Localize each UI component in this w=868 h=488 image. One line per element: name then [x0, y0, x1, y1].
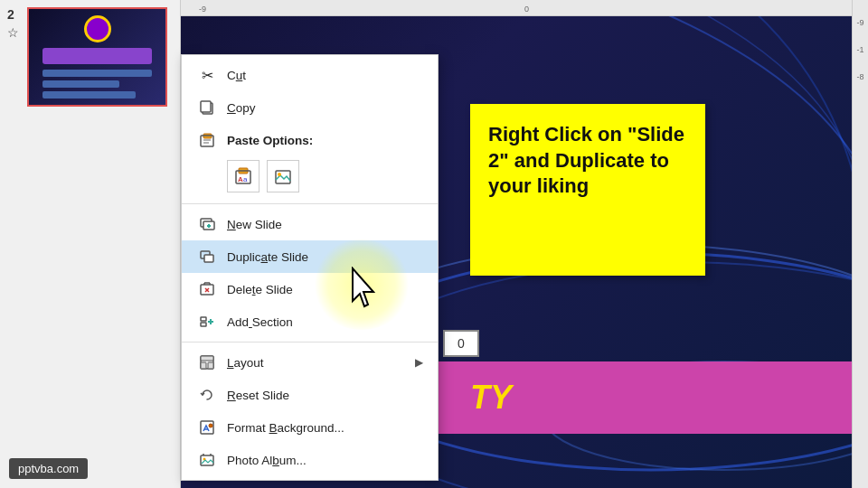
reset-slide-label: Reset Slide [227, 389, 289, 402]
paste-svg [199, 132, 215, 148]
scissors-icon: ✂ [196, 64, 218, 86]
photo-album-label: Photo Album... [227, 454, 307, 467]
menu-item-reset-slide[interactable]: Reset Slide [182, 379, 438, 411]
purple-bar: TY [434, 361, 868, 434]
menu-item-duplicate-slide[interactable]: Duplicate Slide [182, 240, 438, 273]
slide-panel: 2 ☆ [0, 0, 181, 488]
svg-point-40 [209, 424, 212, 427]
watermark: pptvba.com [9, 458, 88, 479]
menu-item-layout[interactable]: Layout ▶ [182, 346, 438, 379]
paste-options-icon [196, 129, 218, 151]
menu-item-add-section[interactable]: Add Section [182, 305, 438, 338]
context-menu: ✂ Cut Copy Paste Options: [181, 54, 439, 481]
layout-svg [199, 354, 215, 371]
menu-item-delete-slide[interactable]: Delete Slide [182, 273, 438, 305]
score-value: 0 [458, 336, 465, 351]
svg-rect-31 [201, 323, 206, 326]
score-badge: 0 [443, 330, 479, 357]
format-background-label: Format Background... [227, 421, 344, 435]
svg-text:0: 0 [524, 5, 529, 14]
menu-item-paste-options: Paste Options: [182, 124, 438, 156]
svg-point-17 [278, 173, 281, 176]
slide-number: 2 [7, 7, 14, 22]
paste-picture-btn[interactable] [267, 160, 299, 192]
paste-keep-format-btn[interactable]: A a [227, 160, 259, 192]
svg-rect-36 [201, 362, 206, 369]
duplicate-slide-label: Duplicate Slide [227, 250, 308, 264]
ruler-top: -9 0 [181, 0, 868, 16]
slide-thumbnail[interactable] [27, 7, 167, 107]
separator-2 [182, 342, 438, 343]
reset-svg [199, 387, 215, 403]
ruler-mark-1: -9 [856, 18, 863, 27]
add-section-svg [199, 314, 215, 330]
format-background-icon [196, 417, 218, 438]
ruler-top-marks: -9 0 [181, 0, 868, 16]
thumb-inner [29, 9, 165, 105]
layout-icon [196, 352, 218, 373]
new-slide-label: New Slide [227, 218, 282, 231]
watermark-text: pptvba.com [18, 462, 79, 475]
paste-pic-svg [273, 166, 293, 186]
svg-rect-23 [204, 255, 213, 262]
svg-rect-7 [201, 101, 211, 112]
new-slide-icon [196, 213, 218, 235]
paste-options-label: Paste Options: [227, 134, 313, 147]
reset-slide-icon [196, 384, 218, 406]
delete-svg [199, 281, 215, 297]
paste-keep-svg: A a [233, 166, 253, 186]
cut-label: Cut [227, 69, 246, 82]
menu-item-photo-album[interactable]: Photo Album... [182, 444, 438, 476]
menu-item-cut[interactable]: ✂ Cut [182, 59, 438, 91]
format-bg-svg [199, 419, 215, 436]
menu-item-new-slide[interactable]: New Slide [182, 208, 438, 240]
add-section-label: Add Section [227, 315, 293, 329]
add-section-icon [196, 311, 218, 333]
svg-rect-30 [201, 317, 206, 321]
layout-submenu-arrow: ▶ [415, 356, 423, 369]
svg-text:-9: -9 [199, 5, 206, 14]
paste-icons-row: A a [182, 156, 438, 200]
photo-album-svg [199, 452, 215, 468]
layout-label: Layout [227, 356, 264, 370]
menu-item-copy[interactable]: Copy [182, 91, 438, 124]
menu-item-format-background[interactable]: Format Background... [182, 411, 438, 444]
sticky-note: Right Click on "Slide 2" and Duplicate t… [470, 104, 705, 276]
separator-1 [182, 203, 438, 204]
delete-slide-icon [196, 278, 218, 300]
ruler-mark-3: -8 [856, 72, 863, 81]
dup-slide-svg [199, 249, 215, 265]
ruler-mark-2: -1 [856, 45, 863, 54]
delete-slide-label: Delete Slide [227, 283, 293, 296]
star-icon: ☆ [7, 25, 19, 40]
duplicate-slide-icon [196, 246, 218, 267]
new-slide-svg [199, 216, 215, 232]
svg-rect-35 [201, 356, 213, 361]
svg-text:a: a [243, 175, 248, 183]
sticky-note-text: Right Click on "Slide 2" and Duplicate t… [488, 123, 684, 197]
cut-underline: u [236, 69, 243, 82]
copy-svg [199, 99, 215, 116]
svg-rect-37 [208, 362, 213, 369]
purple-bar-text: TY [470, 379, 512, 417]
ruler-right: -9 -1 -8 [852, 0, 868, 488]
copy-icon [196, 97, 218, 118]
copy-label: Copy [227, 101, 256, 115]
photo-album-icon [196, 449, 218, 471]
